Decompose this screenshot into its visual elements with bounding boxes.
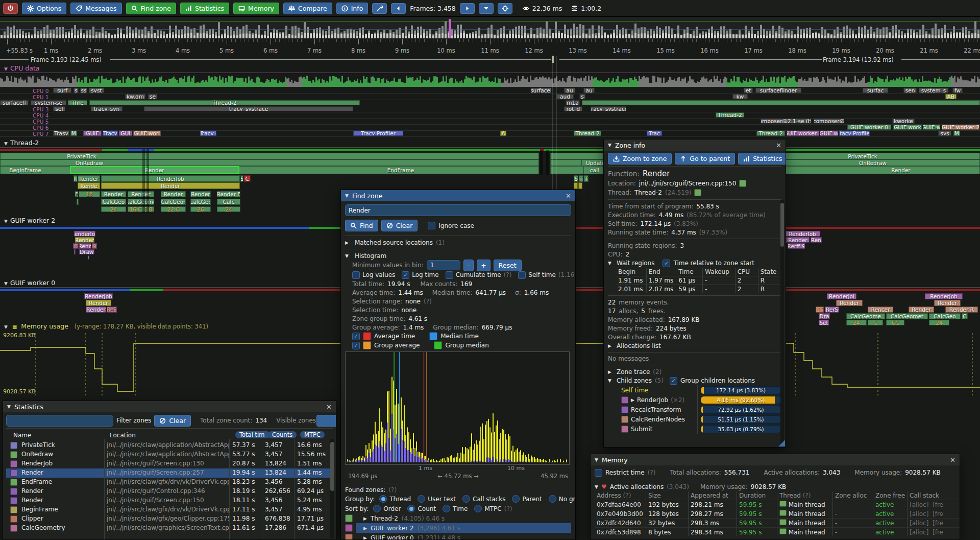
zone-CalcGeo[interactable]: CalcGeo: [929, 313, 961, 319]
group-by-radio-parent[interactable]: [512, 495, 520, 503]
close-icon[interactable]: ✕: [776, 142, 781, 149]
cumulate-time-checkbox[interactable]: [446, 271, 453, 279]
allocation-row[interactable]: 0x7dfc42d64032 bytes298.3 ms59.95 s Main…: [595, 519, 960, 528]
legend-checkbox[interactable]: ✓: [352, 342, 360, 349]
zone-au[interactable]: au: [583, 88, 595, 93]
zone-CalcGeo[interactable]: CalcGeo: [101, 199, 126, 205]
zone-block[interactable]: [74, 249, 76, 254]
thread-swatch[interactable]: [694, 189, 701, 196]
zone-composer@[interactable]: composer@: [814, 119, 844, 124]
zone-kworke[interactable]: kworke: [892, 119, 915, 124]
zone-sen[interactable]: sen: [903, 88, 917, 93]
zone-Thread-2[interactable]: Thread-2: [756, 131, 785, 136]
next-frame-button[interactable]: [460, 3, 475, 14]
zone-GUI[interactable]: GUI: [119, 131, 132, 136]
statistics-row[interactable]: BeginFramejni/../jni/src/claw/gfx/drv/vk…: [6, 505, 333, 514]
zone-Rerff 9[interactable]: Rerff 9: [788, 243, 805, 249]
resize-grip[interactable]: [778, 440, 785, 447]
zone-CalcGeome[interactable]: CalcGeome: [128, 199, 154, 205]
zone-CalcGeor[interactable]: CalcGeor: [161, 199, 186, 205]
scrollbar-thumb[interactable]: [330, 442, 334, 491]
zone-Render[interactable]: Render: [86, 300, 111, 306]
allocation-row[interactable]: 0x7dfaa64e00192 bytes298.21 ms59.95 s Ma…: [595, 500, 960, 509]
reset-button[interactable]: Reset: [494, 260, 522, 271]
zone-block[interactable]: [578, 182, 582, 189]
zone-block[interactable]: [88, 255, 89, 260]
zone-Render[interactable]: Render: [128, 191, 154, 197]
zone-AB[interactable]: AB: [945, 94, 957, 99]
zone-CalcGeomet[interactable]: CalcGeomet: [886, 313, 928, 319]
sort-by-radio-mtpc[interactable]: [474, 505, 482, 512]
source-swatch[interactable]: [739, 180, 746, 187]
hist-range-span[interactable]: ← 45.72 ms →: [437, 473, 478, 480]
zone-EndFrame[interactable]: EndFrame: [373, 166, 429, 174]
zone-GUIF worker 0[interactable]: GUIF worker 0: [847, 125, 891, 130]
zone-Thread-2[interactable]: Thread-2: [574, 131, 601, 136]
zone-Render[interactable]: Render: [161, 191, 186, 197]
zone-Thread-2[interactable]: Thread-2: [89, 100, 360, 105]
zone-Thread-2[interactable]: Thread-2: [716, 112, 744, 118]
zone-24[interactable]: 24: [217, 206, 240, 212]
zone-Rencer[interactable]: Rencer: [868, 307, 893, 313]
zone-tracy_systrace[interactable]: tracy_systrace: [591, 106, 626, 111]
allocation-row[interactable]: 0x7e049b3d00128 bytes298.27 ms59.95 s Ma…: [595, 509, 960, 519]
expand-icon[interactable]: ▶: [608, 343, 611, 348]
close-icon[interactable]: ✕: [950, 456, 955, 464]
matched-locations-label[interactable]: Matched source locations: [355, 239, 433, 246]
zone-Rende[interactable]: Rende: [78, 182, 100, 189]
zone-Tracy Profiler[interactable]: Tracy Profiler: [839, 131, 870, 136]
zone-GUIF worl[interactable]: GUIF worl: [133, 131, 161, 136]
close-icon[interactable]: ✕: [326, 403, 332, 411]
zone-T[interactable]: T: [584, 175, 589, 182]
col-header-mtpc[interactable]: MTPC: [300, 431, 325, 438]
zone-Render[interactable]: Render: [78, 175, 100, 182]
statistics-row[interactable]: Renderjni/../jni/src/guif/Control.cpp:34…: [6, 487, 333, 496]
statistics-row[interactable]: Renderjni/../jni/src/guif/Screen.cpp:150…: [6, 496, 333, 505]
statistics-row[interactable]: Clipperjni/../jni/src/claw/gfx/geo/Clipp…: [6, 514, 333, 524]
collapse-icon[interactable]: ▼: [595, 484, 598, 489]
zone-Render[interactable]: Render: [190, 191, 211, 197]
zone-s[interactable]: s: [74, 88, 79, 93]
statistics-row[interactable]: OnRedrawjni/../jni/src/claw/application/…: [6, 450, 333, 459]
cpu-data-header[interactable]: ▼CPU data: [0, 64, 980, 73]
thread-header-thread-2[interactable]: ▼Thread-2: [0, 139, 980, 147]
find-button[interactable]: Find: [345, 220, 378, 231]
zone-Tracy I[interactable]: Tracy I: [200, 131, 216, 136]
zone-trace-label[interactable]: Zone trace: [617, 368, 650, 375]
frame-3193-label[interactable]: Frame 3,193 (22.45 ms): [31, 56, 102, 63]
found-zone-row[interactable]: ▶GUIF worker 0(3,231) 4.48 s: [345, 533, 571, 540]
increase-bin-button[interactable]: +: [477, 260, 490, 271]
zone-9[interactable]: 9: [92, 243, 97, 249]
col-header-counts[interactable]: Counts: [268, 431, 297, 438]
zone-system_s[interactable]: system_s: [919, 88, 948, 93]
zone-RenderJob[interactable]: RenderJob: [74, 231, 95, 237]
info-button[interactable]: Info: [336, 3, 369, 14]
zone-block[interactable]: [582, 100, 980, 105]
zone-Tracy Profiler[interactable]: Tracy Profiler: [353, 131, 403, 136]
zone-Render[interactable]: Render: [70, 166, 239, 174]
statistics-row[interactable]: CalcGeometryjni/../jni/src/claw/graphics…: [6, 524, 333, 533]
found-zone-row[interactable]: ▶GUIF worker 2(3,296) 4.61 s: [345, 523, 571, 533]
allocations-list-label[interactable]: Allocations list: [617, 342, 661, 349]
zone-s[interactable]: s: [579, 94, 585, 99]
zone-se[interactable]: se: [148, 94, 157, 99]
child-zone-row[interactable]: ▶RenderJob(×2)4.16 ms (92.60%): [608, 395, 781, 405]
filter-zones-input[interactable]: [6, 415, 113, 427]
zone-fw[interactable]: fw: [952, 88, 963, 93]
zone-24[interactable]: 24: [101, 206, 126, 212]
zone-M[interactable]: M: [953, 131, 960, 136]
zone-GUIF work[interactable]: GUIF work: [893, 125, 922, 130]
zone-Render[interactable]: Render: [934, 300, 961, 306]
statistics-titlebar[interactable]: ▼ Statistics ✕: [3, 401, 336, 412]
zone-18[interactable]: 18: [79, 191, 100, 197]
decrease-bin-button[interactable]: -: [463, 260, 474, 271]
child-time-bar[interactable]: 72.92 µs (1.62%): [700, 406, 781, 414]
zone--17[interactable]: -17: [816, 307, 824, 313]
col-header-location[interactable]: Location: [110, 432, 136, 439]
find-zone-histogram[interactable]: [345, 351, 570, 465]
wait-regions-label[interactable]: Wait regions: [617, 260, 655, 267]
statistics-row[interactable]: Renderjni/../jni/src/guif/Screen.cpp:257…: [6, 468, 333, 478]
zone-RenderJob[interactable]: RenderJob: [925, 293, 963, 299]
zone-RenderJob[interactable]: RenderJob: [101, 175, 240, 182]
find-zone-titlebar[interactable]: ▼ Find zone ✕: [341, 190, 575, 201]
